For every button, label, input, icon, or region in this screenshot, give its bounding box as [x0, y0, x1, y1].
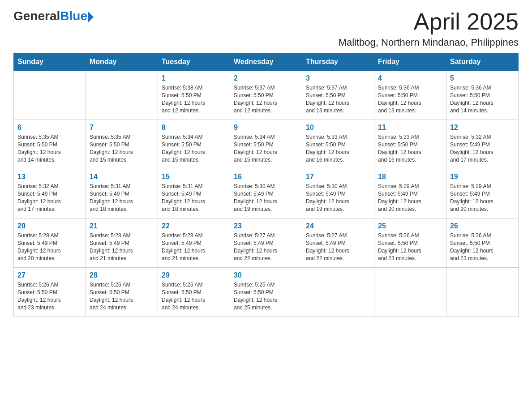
day-info: Sunrise: 5:31 AMSunset: 5:49 PMDaylight:…: [162, 183, 226, 213]
day-number: 16: [234, 173, 298, 181]
calendar-cell: 25Sunrise: 5:26 AMSunset: 5:50 PMDayligh…: [374, 218, 446, 268]
calendar-cell: 23Sunrise: 5:27 AMSunset: 5:49 PMDayligh…: [230, 218, 302, 268]
day-info: Sunrise: 5:25 AMSunset: 5:50 PMDaylight:…: [234, 281, 298, 311]
day-number: 20: [17, 222, 82, 230]
calendar-cell: 15Sunrise: 5:31 AMSunset: 5:49 PMDayligh…: [158, 169, 230, 218]
column-header-thursday: Thursday: [302, 53, 374, 71]
day-info: Sunrise: 5:28 AMSunset: 5:49 PMDaylight:…: [162, 232, 226, 262]
month-year-title: April 2025: [339, 9, 519, 34]
day-number: 25: [378, 222, 442, 230]
day-number: 7: [90, 124, 154, 132]
logo-general-text: General: [13, 9, 60, 23]
calendar-cell: 17Sunrise: 5:30 AMSunset: 5:49 PMDayligh…: [302, 169, 374, 218]
calendar-cell: 21Sunrise: 5:28 AMSunset: 5:49 PMDayligh…: [86, 218, 158, 268]
day-number: 14: [90, 173, 154, 181]
day-number: 22: [162, 222, 226, 230]
header-row: SundayMondayTuesdayWednesdayThursdayFrid…: [14, 53, 519, 71]
logo-blue-text: Blue: [60, 9, 87, 23]
day-number: 13: [17, 173, 82, 181]
column-header-tuesday: Tuesday: [158, 53, 230, 71]
day-info: Sunrise: 5:32 AMSunset: 5:49 PMDaylight:…: [450, 133, 515, 163]
calendar-week-row: 13Sunrise: 5:32 AMSunset: 5:49 PMDayligh…: [14, 169, 519, 218]
day-number: 9: [234, 124, 298, 132]
calendar-cell: 2Sunrise: 5:37 AMSunset: 5:50 PMDaylight…: [230, 71, 302, 120]
calendar-cell: 12Sunrise: 5:32 AMSunset: 5:49 PMDayligh…: [446, 120, 519, 169]
day-number: 23: [234, 222, 298, 230]
day-info: Sunrise: 5:33 AMSunset: 5:50 PMDaylight:…: [306, 133, 370, 163]
calendar-cell: 29Sunrise: 5:25 AMSunset: 5:50 PMDayligh…: [158, 268, 230, 317]
day-number: 30: [234, 271, 298, 279]
day-number: 24: [306, 222, 370, 230]
day-info: Sunrise: 5:29 AMSunset: 5:49 PMDaylight:…: [450, 183, 515, 213]
calendar-week-row: 6Sunrise: 5:35 AMSunset: 5:50 PMDaylight…: [14, 120, 519, 169]
day-info: Sunrise: 5:36 AMSunset: 5:50 PMDaylight:…: [378, 84, 442, 114]
day-info: Sunrise: 5:31 AMSunset: 5:49 PMDaylight:…: [90, 183, 154, 213]
day-number: 11: [378, 124, 442, 132]
day-info: Sunrise: 5:26 AMSunset: 5:50 PMDaylight:…: [378, 232, 442, 262]
day-info: Sunrise: 5:30 AMSunset: 5:49 PMDaylight:…: [234, 183, 298, 213]
column-header-monday: Monday: [86, 53, 158, 71]
calendar-cell: 26Sunrise: 5:26 AMSunset: 5:50 PMDayligh…: [446, 218, 519, 268]
calendar-cell: 19Sunrise: 5:29 AMSunset: 5:49 PMDayligh…: [446, 169, 519, 218]
day-number: 4: [378, 74, 442, 82]
day-info: Sunrise: 5:34 AMSunset: 5:50 PMDaylight:…: [234, 133, 298, 163]
calendar-cell: 11Sunrise: 5:33 AMSunset: 5:50 PMDayligh…: [374, 120, 446, 169]
calendar-cell: 24Sunrise: 5:27 AMSunset: 5:49 PMDayligh…: [302, 218, 374, 268]
calendar-week-row: 27Sunrise: 5:26 AMSunset: 5:50 PMDayligh…: [14, 268, 519, 317]
day-info: Sunrise: 5:25 AMSunset: 5:50 PMDaylight:…: [90, 281, 154, 311]
day-number: 19: [450, 173, 515, 181]
calendar-week-row: 1Sunrise: 5:38 AMSunset: 5:50 PMDaylight…: [14, 71, 519, 120]
day-number: 26: [450, 222, 515, 230]
logo-triangle-icon: [88, 12, 94, 22]
day-number: 1: [162, 74, 226, 82]
day-number: 17: [306, 173, 370, 181]
day-number: 6: [17, 124, 82, 132]
day-info: Sunrise: 5:27 AMSunset: 5:49 PMDaylight:…: [306, 232, 370, 262]
page-header: General Blue April 2025 Malitbog, Northe…: [13, 9, 519, 48]
day-number: 18: [378, 173, 442, 181]
day-number: 12: [450, 124, 515, 132]
calendar-cell: 9Sunrise: 5:34 AMSunset: 5:50 PMDaylight…: [230, 120, 302, 169]
calendar-cell: [446, 268, 519, 317]
calendar-cell: [302, 268, 374, 317]
calendar-cell: 18Sunrise: 5:29 AMSunset: 5:49 PMDayligh…: [374, 169, 446, 218]
calendar-cell: 20Sunrise: 5:28 AMSunset: 5:49 PMDayligh…: [14, 218, 86, 268]
column-header-friday: Friday: [374, 53, 446, 71]
calendar-cell: 14Sunrise: 5:31 AMSunset: 5:49 PMDayligh…: [86, 169, 158, 218]
day-info: Sunrise: 5:29 AMSunset: 5:49 PMDaylight:…: [378, 183, 442, 213]
calendar-header: SundayMondayTuesdayWednesdayThursdayFrid…: [14, 53, 519, 71]
calendar-cell: 30Sunrise: 5:25 AMSunset: 5:50 PMDayligh…: [230, 268, 302, 317]
day-number: 27: [17, 271, 82, 279]
logo: General Blue: [13, 9, 94, 23]
column-header-wednesday: Wednesday: [230, 53, 302, 71]
calendar-cell: 5Sunrise: 5:36 AMSunset: 5:50 PMDaylight…: [446, 71, 519, 120]
day-info: Sunrise: 5:38 AMSunset: 5:50 PMDaylight:…: [162, 84, 226, 114]
calendar-cell: 10Sunrise: 5:33 AMSunset: 5:50 PMDayligh…: [302, 120, 374, 169]
calendar-cell: 28Sunrise: 5:25 AMSunset: 5:50 PMDayligh…: [86, 268, 158, 317]
day-info: Sunrise: 5:32 AMSunset: 5:49 PMDaylight:…: [17, 183, 82, 213]
day-info: Sunrise: 5:28 AMSunset: 5:49 PMDaylight:…: [90, 232, 154, 262]
calendar-cell: [14, 71, 86, 120]
day-number: 8: [162, 124, 226, 132]
day-info: Sunrise: 5:27 AMSunset: 5:49 PMDaylight:…: [234, 232, 298, 262]
calendar-table: SundayMondayTuesdayWednesdayThursdayFrid…: [13, 53, 519, 317]
day-info: Sunrise: 5:35 AMSunset: 5:50 PMDaylight:…: [90, 133, 154, 163]
calendar-cell: 3Sunrise: 5:37 AMSunset: 5:50 PMDaylight…: [302, 71, 374, 120]
day-info: Sunrise: 5:37 AMSunset: 5:50 PMDaylight:…: [306, 84, 370, 114]
day-info: Sunrise: 5:25 AMSunset: 5:50 PMDaylight:…: [162, 281, 226, 311]
calendar-cell: 1Sunrise: 5:38 AMSunset: 5:50 PMDaylight…: [158, 71, 230, 120]
day-info: Sunrise: 5:26 AMSunset: 5:50 PMDaylight:…: [17, 281, 82, 311]
calendar-cell: 7Sunrise: 5:35 AMSunset: 5:50 PMDaylight…: [86, 120, 158, 169]
day-info: Sunrise: 5:35 AMSunset: 5:50 PMDaylight:…: [17, 133, 82, 163]
day-number: 15: [162, 173, 226, 181]
calendar-week-row: 20Sunrise: 5:28 AMSunset: 5:49 PMDayligh…: [14, 218, 519, 268]
day-info: Sunrise: 5:33 AMSunset: 5:50 PMDaylight:…: [378, 133, 442, 163]
day-number: 10: [306, 124, 370, 132]
day-info: Sunrise: 5:34 AMSunset: 5:50 PMDaylight:…: [162, 133, 226, 163]
day-number: 21: [90, 222, 154, 230]
calendar-cell: 22Sunrise: 5:28 AMSunset: 5:49 PMDayligh…: [158, 218, 230, 268]
calendar-cell: 6Sunrise: 5:35 AMSunset: 5:50 PMDaylight…: [14, 120, 86, 169]
day-info: Sunrise: 5:37 AMSunset: 5:50 PMDaylight:…: [234, 84, 298, 114]
calendar-cell: 27Sunrise: 5:26 AMSunset: 5:50 PMDayligh…: [14, 268, 86, 317]
calendar-cell: 16Sunrise: 5:30 AMSunset: 5:49 PMDayligh…: [230, 169, 302, 218]
